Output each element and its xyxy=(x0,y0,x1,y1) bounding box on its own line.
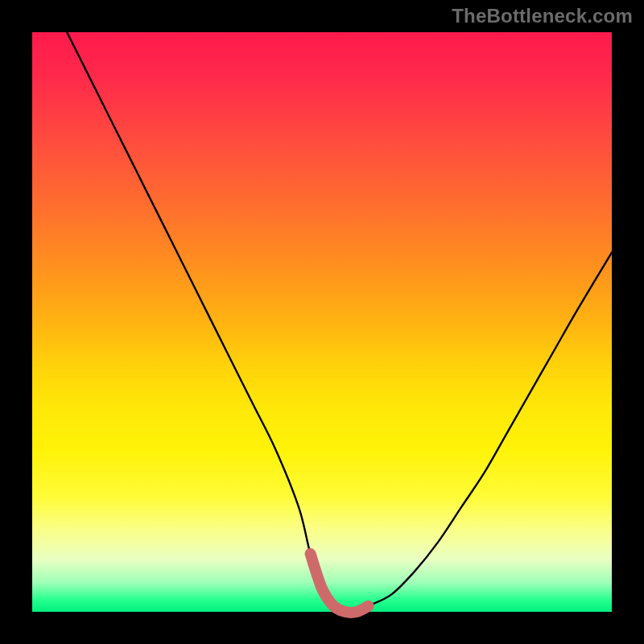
plot-area xyxy=(32,32,612,612)
watermark-text: TheBottleneck.com xyxy=(452,5,633,27)
chart-frame: TheBottleneck.com xyxy=(0,0,644,644)
bottleneck-curve xyxy=(32,32,612,612)
curve-line xyxy=(67,32,612,613)
curve-optimal-band xyxy=(311,554,369,613)
